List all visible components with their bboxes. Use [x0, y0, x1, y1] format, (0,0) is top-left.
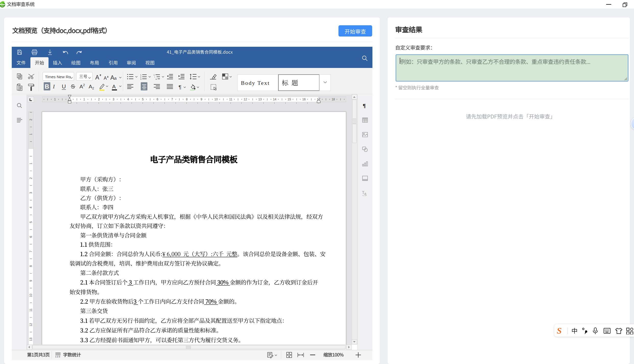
svg-text:A: A	[89, 84, 92, 89]
svg-text:¶: ¶	[363, 103, 366, 108]
svg-text:a: a	[364, 192, 366, 196]
svg-text:a: a	[114, 76, 117, 81]
svg-text:3: 3	[59, 355, 60, 358]
svg-text:1: 1	[55, 355, 56, 358]
svg-text:U: U	[62, 83, 66, 90]
svg-text:2: 2	[92, 86, 94, 90]
svg-text:A: A	[110, 75, 114, 81]
svg-text:¶: ¶	[179, 84, 181, 90]
svg-text:A: A	[104, 76, 107, 81]
svg-text:a: a	[156, 78, 157, 80]
svg-text:I: I	[53, 83, 55, 90]
svg-text:A: A	[95, 74, 99, 81]
svg-text:i: i	[155, 76, 155, 78]
svg-text:A: A	[112, 84, 116, 89]
svg-text:2: 2	[57, 355, 58, 358]
svg-text:B: B	[45, 83, 49, 90]
svg-text:2: 2	[83, 83, 85, 87]
svg-text:S: S	[557, 326, 562, 335]
svg-text:A: A	[79, 84, 83, 89]
svg-text:3: 3	[140, 78, 142, 80]
